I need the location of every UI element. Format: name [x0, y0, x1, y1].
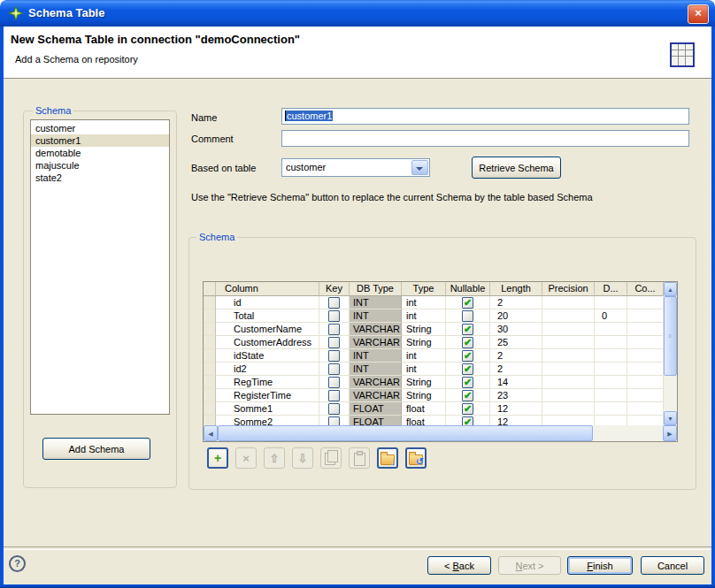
cell-column[interactable]: RegisterTime	[216, 389, 319, 402]
key-checkbox[interactable]	[328, 297, 340, 309]
scroll-down-icon[interactable]: ▼	[664, 411, 677, 425]
nullable-checkbox[interactable]: ✔	[462, 350, 473, 362]
based-on-table-select[interactable]: customer	[281, 158, 430, 177]
cell-db-type[interactable]: FLOAT	[350, 416, 402, 425]
cell-key[interactable]	[319, 376, 350, 389]
finish-button[interactable]: Finish	[567, 556, 633, 575]
cell-comment[interactable]	[627, 296, 664, 309]
cell-key[interactable]	[319, 349, 350, 363]
cell-key[interactable]	[319, 389, 350, 402]
cell-default[interactable]	[595, 349, 627, 363]
nullable-checkbox[interactable]: ✔	[462, 416, 473, 426]
cell-db-type[interactable]: INT	[350, 296, 402, 309]
cell-column[interactable]: RegTime	[216, 376, 319, 389]
cell-precision[interactable]	[542, 389, 595, 402]
cell-nullable[interactable]: ✔	[446, 402, 490, 416]
cell-precision[interactable]	[542, 336, 595, 349]
table-row[interactable]: RegTimeVARCHARString✔14	[204, 376, 664, 389]
cell-nullable[interactable]: ✔	[446, 389, 490, 402]
table-row[interactable]: Somme1FLOATfloat✔12	[204, 402, 664, 416]
comment-input[interactable]	[281, 130, 689, 147]
schema-list[interactable]: customercustomer1demotablemajusculestate…	[30, 119, 170, 415]
table-row[interactable]: RegisterTimeVARCHARString✔23	[204, 389, 664, 402]
cell-type[interactable]: int	[402, 296, 446, 309]
cell-precision[interactable]	[542, 296, 595, 309]
schema-list-item[interactable]: customer	[31, 122, 169, 134]
cell-nullable[interactable]: ✔	[446, 296, 490, 309]
cell-key[interactable]	[319, 402, 350, 416]
cell-nullable[interactable]: ✔	[446, 363, 490, 376]
cell-db-type[interactable]: VARCHAR	[350, 323, 402, 336]
cell-column[interactable]: Somme2	[216, 416, 319, 425]
cell-nullable[interactable]: ✔	[446, 336, 490, 349]
cell-type[interactable]: String	[402, 336, 446, 349]
cell-key[interactable]	[319, 336, 350, 349]
cell-length[interactable]: 2	[490, 296, 542, 309]
key-checkbox[interactable]	[328, 403, 340, 415]
cell-precision[interactable]	[542, 309, 595, 323]
cell-precision[interactable]	[542, 402, 595, 416]
back-button[interactable]: < Back	[427, 556, 491, 575]
cell-db-type[interactable]: INT	[350, 363, 402, 376]
cell-precision[interactable]	[542, 416, 595, 425]
import-button[interactable]: ↺	[405, 447, 427, 469]
scroll-left-icon[interactable]: ◀	[204, 425, 218, 441]
cell-type[interactable]: String	[402, 376, 446, 389]
table-row[interactable]: id2INTint✔2	[204, 363, 664, 376]
nullable-checkbox[interactable]: ✔	[462, 390, 473, 401]
cell-precision[interactable]	[542, 323, 595, 336]
cell-db-type[interactable]: VARCHAR	[350, 389, 402, 402]
cell-db-type[interactable]: INT	[350, 309, 402, 323]
nullable-checkbox[interactable]: ✔	[462, 377, 473, 388]
cell-length[interactable]: 25	[490, 336, 542, 349]
cell-type[interactable]: int	[402, 349, 446, 363]
table-row[interactable]: TotalINTint200	[204, 309, 664, 323]
table-row[interactable]: idStateINTint✔2	[204, 349, 664, 363]
cell-length[interactable]: 20	[490, 309, 542, 323]
nullable-checkbox[interactable]: ✔	[462, 403, 473, 415]
cell-precision[interactable]	[542, 363, 595, 376]
cell-column[interactable]: Somme1	[216, 402, 319, 416]
cell-comment[interactable]	[627, 416, 664, 425]
cell-default[interactable]: 0	[595, 309, 627, 323]
cell-comment[interactable]	[627, 336, 664, 349]
cell-column[interactable]: id2	[216, 363, 319, 376]
nullable-checkbox[interactable]	[462, 310, 473, 322]
cell-precision[interactable]	[542, 349, 595, 363]
cell-db-type[interactable]: INT	[350, 349, 402, 363]
cell-column[interactable]: Total	[216, 309, 319, 323]
cell-default[interactable]	[595, 376, 627, 389]
cell-default[interactable]	[595, 416, 627, 425]
cell-key[interactable]	[319, 309, 350, 323]
cell-nullable[interactable]	[446, 309, 490, 323]
cell-column[interactable]: CustomerName	[216, 323, 319, 336]
cell-type[interactable]: int	[402, 309, 446, 323]
cell-type[interactable]: String	[402, 323, 446, 336]
cell-type[interactable]: String	[402, 389, 446, 402]
name-input[interactable]: customer1	[281, 108, 689, 125]
key-checkbox[interactable]	[328, 324, 340, 335]
cell-length[interactable]: 2	[490, 349, 542, 363]
schema-list-item[interactable]: majuscule	[31, 159, 169, 172]
help-icon[interactable]: ?	[9, 555, 26, 572]
cell-comment[interactable]	[627, 389, 664, 402]
close-button[interactable]: ×	[688, 4, 709, 24]
schema-list-item[interactable]: state2	[31, 172, 169, 184]
table-row[interactable]: CustomerAddressVARCHARString✔25	[204, 336, 664, 349]
cell-default[interactable]	[595, 296, 627, 309]
cell-nullable[interactable]: ✔	[446, 416, 490, 425]
table-row[interactable]: idINTint✔2	[204, 296, 664, 309]
cell-default[interactable]	[595, 336, 627, 349]
cell-length[interactable]: 12	[490, 416, 542, 425]
cell-nullable[interactable]: ✔	[446, 376, 490, 389]
cell-type[interactable]: int	[402, 363, 446, 376]
cell-comment[interactable]	[627, 363, 664, 376]
add-button[interactable]: +	[207, 447, 228, 469]
cell-length[interactable]: 30	[490, 323, 542, 336]
cell-key[interactable]	[319, 416, 350, 425]
nullable-checkbox[interactable]: ✔	[462, 324, 473, 335]
key-checkbox[interactable]	[328, 363, 340, 375]
combo-dropdown-button[interactable]	[411, 160, 428, 175]
cell-db-type[interactable]: VARCHAR	[350, 336, 402, 349]
export-button[interactable]: ↓	[377, 447, 398, 469]
